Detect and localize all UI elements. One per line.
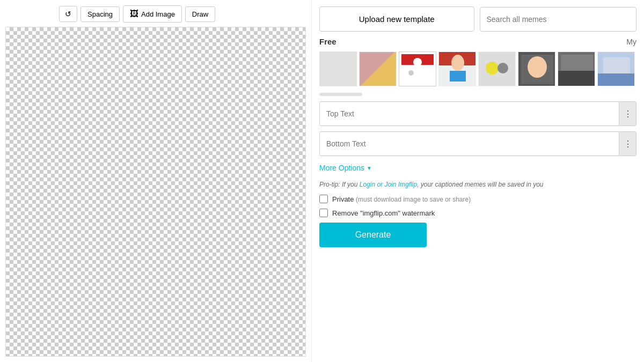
spacing-label: Spacing bbox=[87, 10, 113, 18]
private-label-text: Private bbox=[332, 195, 354, 203]
meme-thumb-6-svg bbox=[558, 52, 595, 86]
draw-label: Draw bbox=[192, 10, 208, 18]
rotate-button[interactable]: ↺ bbox=[59, 6, 77, 22]
svg-rect-15 bbox=[558, 71, 595, 86]
add-image-label: Add Image bbox=[141, 10, 175, 18]
tab-free[interactable]: Free bbox=[319, 37, 336, 46]
watermark-checkbox[interactable] bbox=[319, 209, 328, 217]
meme-thumb-6[interactable] bbox=[558, 51, 595, 86]
login-join-link[interactable]: Login or Join Imgflip bbox=[360, 181, 417, 188]
svg-point-9 bbox=[486, 62, 499, 75]
bottom-text-input[interactable] bbox=[320, 132, 619, 156]
meme-thumb-7[interactable] bbox=[597, 51, 635, 86]
meme-thumb-3-svg bbox=[439, 52, 476, 86]
upload-template-button[interactable]: Upload new template bbox=[319, 6, 474, 32]
watermark-row: Remove "imgflip.com" watermark bbox=[319, 209, 636, 217]
meme-thumb-1[interactable] bbox=[359, 51, 397, 86]
svg-rect-19 bbox=[603, 57, 630, 73]
svg-point-2 bbox=[413, 58, 422, 67]
tab-my[interactable]: My bbox=[626, 38, 636, 46]
upload-template-label: Upload new template bbox=[359, 14, 435, 24]
canvas-area bbox=[5, 27, 306, 357]
top-text-options-button[interactable]: ⋮ bbox=[619, 102, 636, 125]
toolbar: ↺ Spacing 🖼 Add Image Draw bbox=[5, 5, 306, 23]
meme-thumb-5-svg bbox=[518, 52, 555, 86]
pro-tip-text2: , your captioned memes will be saved in … bbox=[417, 181, 543, 188]
private-note: (must download image to save or share) bbox=[356, 196, 471, 203]
left-panel: ↺ Spacing 🖼 Add Image Draw bbox=[0, 0, 311, 362]
top-text-options-icon: ⋮ bbox=[624, 109, 632, 119]
top-text-row: ⋮ bbox=[319, 101, 636, 126]
tabs-row: Free My bbox=[319, 37, 636, 46]
scroll-indicator bbox=[319, 93, 362, 96]
meme-thumb-7-svg bbox=[598, 52, 635, 86]
svg-point-10 bbox=[497, 63, 508, 73]
spacing-button[interactable]: Spacing bbox=[80, 6, 120, 22]
right-panel: Upload new template Free My bbox=[311, 0, 644, 362]
meme-thumbnails bbox=[319, 51, 636, 86]
private-checkbox[interactable] bbox=[319, 195, 328, 203]
svg-rect-1 bbox=[401, 65, 434, 84]
top-text-input[interactable] bbox=[320, 102, 619, 125]
svg-point-6 bbox=[451, 55, 464, 71]
meme-thumb-5[interactable] bbox=[518, 51, 555, 86]
svg-rect-18 bbox=[598, 73, 635, 86]
svg-rect-7 bbox=[450, 71, 466, 82]
meme-thumb-placeholder bbox=[319, 51, 357, 86]
main-container: ↺ Spacing 🖼 Add Image Draw Upload new te… bbox=[0, 0, 644, 362]
bottom-text-row: ⋮ bbox=[319, 131, 636, 156]
top-row: Upload new template bbox=[319, 6, 636, 32]
search-input[interactable] bbox=[480, 7, 637, 32]
bottom-text-options-button[interactable]: ⋮ bbox=[619, 132, 636, 156]
pro-tip-text1: Pro-tip: If you bbox=[319, 181, 360, 188]
meme-thumb-4-svg bbox=[479, 52, 516, 86]
add-image-icon: 🖼 bbox=[130, 9, 138, 19]
meme-thumb-2[interactable] bbox=[399, 51, 436, 86]
generate-row: Generate bbox=[319, 223, 636, 247]
svg-rect-16 bbox=[561, 55, 593, 71]
watermark-label[interactable]: Remove "imgflip.com" watermark bbox=[332, 209, 435, 217]
pro-tip: Pro-tip: If you Login or Join Imgflip, y… bbox=[319, 180, 636, 189]
generate-label: Generate bbox=[355, 230, 391, 239]
meme-thumb-2-svg bbox=[401, 54, 434, 84]
meme-thumb-4[interactable] bbox=[478, 51, 516, 86]
more-options-button[interactable]: More Options ▼ bbox=[319, 161, 636, 174]
svg-point-3 bbox=[408, 70, 414, 76]
generate-button[interactable]: Generate bbox=[319, 223, 427, 247]
watermark-label-text: Remove "imgflip.com" watermark bbox=[332, 209, 435, 217]
svg-point-13 bbox=[528, 56, 547, 78]
chevron-down-icon: ▼ bbox=[367, 165, 372, 171]
private-label[interactable]: Private (must download image to save or … bbox=[332, 195, 471, 203]
more-options-label: More Options bbox=[319, 164, 364, 172]
bottom-text-options-icon: ⋮ bbox=[624, 139, 632, 149]
private-row: Private (must download image to save or … bbox=[319, 195, 636, 203]
meme-thumb-3[interactable] bbox=[438, 51, 476, 86]
add-image-button[interactable]: 🖼 Add Image bbox=[123, 5, 182, 23]
draw-button[interactable]: Draw bbox=[185, 6, 215, 22]
